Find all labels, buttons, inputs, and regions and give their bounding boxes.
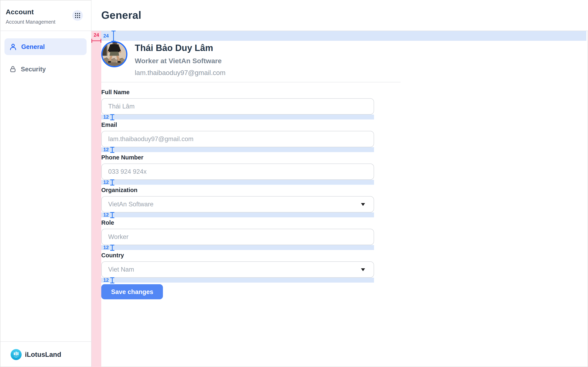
brand-name: iLotusLand: [25, 350, 61, 358]
field-country: Country Viet Nam 12: [101, 252, 588, 283]
spacing-guide-12: 12: [101, 147, 374, 152]
caret-down-icon: [361, 203, 365, 206]
i-beam-icon: [111, 31, 116, 42]
field-phone: Phone Number 12: [101, 154, 588, 185]
i-beam-icon: [110, 245, 115, 251]
app-window: Account Account Management: [0, 0, 588, 367]
spacing-value: 12: [103, 147, 109, 152]
spacing-guide-12: 12: [101, 115, 374, 119]
padding-ruler-24: 24: [91, 31, 101, 44]
field-label: Country: [101, 252, 588, 259]
padding-highlight-strip: [91, 31, 101, 367]
field-label: Role: [101, 219, 588, 227]
i-beam-icon: [110, 179, 115, 185]
apps-grid-button[interactable]: [72, 10, 83, 21]
field-label: Full Name: [101, 89, 588, 96]
sidebar-item-label: General: [21, 43, 45, 50]
spacing-guide-12: 12: [101, 278, 374, 283]
i-beam-icon: [110, 212, 115, 218]
spacing-value: 12: [103, 245, 109, 250]
field-label: Email: [101, 121, 588, 129]
lock-icon: [9, 66, 16, 73]
email-input[interactable]: [101, 131, 374, 147]
user-icon: [9, 43, 17, 50]
organization-select[interactable]: VietAn Software: [101, 196, 374, 212]
field-email: Email 12: [101, 121, 588, 152]
full-name-input[interactable]: [101, 98, 374, 115]
sidebar-item-label: Security: [21, 66, 46, 73]
section-divider: [101, 82, 401, 82]
country-select[interactable]: Viet Nam: [101, 261, 374, 278]
sidebar-header: Account Account Management: [0, 0, 91, 31]
profile-role-line: Worker at VietAn Software: [135, 57, 225, 65]
field-organization: Organization VietAn Software 12: [101, 186, 588, 217]
save-changes-button[interactable]: Save changes: [101, 284, 163, 299]
sidebar-subtitle: Account Management: [6, 19, 85, 25]
page-title: General: [101, 9, 141, 22]
avatar-photo: [103, 42, 126, 66]
spacing-value: 24: [103, 33, 109, 38]
sidebar: Account Account Management: [0, 0, 91, 367]
profile-name: Thái Bảo Duy Lâm: [135, 43, 225, 53]
sidebar-footer: iLotusLand: [0, 341, 91, 367]
field-full-name: Full Name 12: [101, 89, 588, 119]
grid-dots-icon: [75, 13, 80, 18]
sidebar-item-general[interactable]: General: [4, 38, 86, 55]
spacing-value: 12: [103, 278, 109, 283]
i-beam-icon: [110, 277, 115, 284]
h-bracket-icon: [91, 39, 101, 43]
spacing-guide-12: 12: [101, 245, 374, 250]
spacing-value: 12: [103, 115, 109, 119]
phone-input[interactable]: [101, 164, 374, 180]
profile-email: lam.thaibaoduy97@gmail.com: [135, 68, 225, 77]
i-beam-icon: [110, 114, 115, 120]
profile-text: Thái Bảo Duy Lâm Worker at VietAn Softwa…: [135, 41, 225, 77]
content-area: 24 24: [91, 31, 588, 367]
spacing-guide-top-24: 24: [101, 31, 586, 41]
spacing-value: 12: [103, 212, 109, 217]
spacing-value: 12: [103, 180, 109, 185]
padding-ruler-value: 24: [91, 32, 101, 38]
profile-section: Thái Bảo Duy Lâm Worker at VietAn Softwa…: [101, 41, 588, 77]
i-beam-icon: [110, 147, 115, 153]
role-input[interactable]: [101, 229, 374, 245]
field-label: Phone Number: [101, 154, 588, 161]
page-header: General: [91, 0, 588, 31]
field-label: Organization: [101, 186, 588, 194]
ilotusland-logo-icon: [11, 349, 22, 360]
sidebar-item-security[interactable]: Security: [4, 61, 86, 77]
field-role: Role 12: [101, 219, 588, 250]
caret-down-icon: [361, 268, 365, 271]
avatar: [101, 41, 127, 67]
selected-option: Viet Nam: [108, 266, 134, 273]
spacing-guide-12: 12: [101, 212, 374, 217]
spacing-guide-12: 12: [101, 180, 374, 185]
main-panel: General 24 24: [91, 0, 588, 367]
sidebar-nav: General Security: [0, 31, 91, 341]
selected-option: VietAn Software: [108, 201, 154, 208]
